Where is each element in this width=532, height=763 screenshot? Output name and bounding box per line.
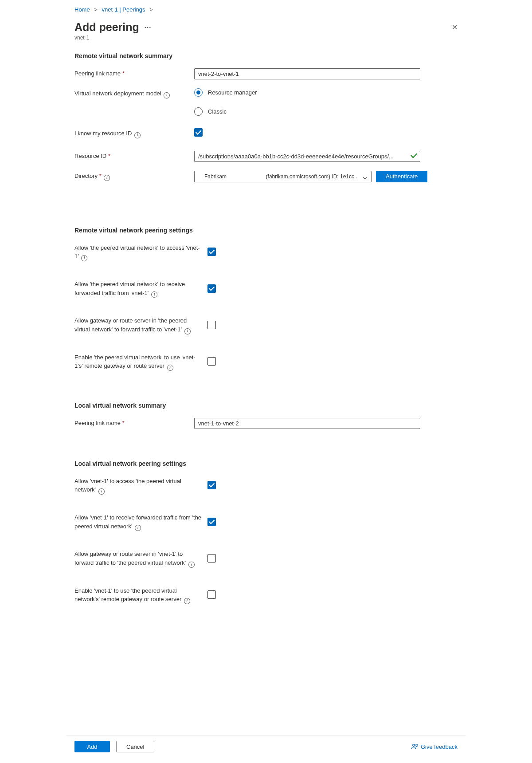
info-icon[interactable] bbox=[81, 255, 87, 261]
section-remote-settings: Remote virtual network peering settings bbox=[74, 227, 458, 234]
label-directory: Directory * bbox=[74, 171, 194, 181]
svg-point-0 bbox=[413, 744, 415, 747]
remote-allow-access-checkbox[interactable] bbox=[207, 248, 216, 256]
info-icon[interactable] bbox=[164, 92, 170, 98]
label-resource-id: Resource ID * bbox=[74, 151, 194, 161]
local-allow-fwd-checkbox[interactable] bbox=[207, 518, 216, 526]
local-enable-gw-checkbox[interactable] bbox=[207, 590, 216, 599]
label-deploy-model: Virtual network deployment model bbox=[74, 88, 194, 98]
local-allow-gw-checkbox[interactable] bbox=[207, 554, 216, 562]
local-allow-access-checkbox[interactable] bbox=[207, 481, 216, 489]
remote-enable-gw-checkbox[interactable] bbox=[207, 357, 216, 366]
label-remote-allow-fwd: Allow 'the peered virtual network' to re… bbox=[74, 279, 207, 298]
breadcrumb-home[interactable]: Home bbox=[74, 6, 90, 13]
remote-allow-fwd-checkbox[interactable] bbox=[207, 284, 216, 293]
remote-allow-gw-checkbox[interactable] bbox=[207, 321, 216, 329]
label-local-allow-gw: Allow gateway or route server in 'vnet-1… bbox=[74, 549, 207, 567]
section-local-settings: Local virtual network peering settings bbox=[74, 460, 458, 467]
feedback-person-icon bbox=[411, 743, 418, 750]
know-resource-id-checkbox[interactable] bbox=[194, 128, 203, 137]
info-icon[interactable] bbox=[135, 525, 141, 531]
section-local-summary: Local virtual network summary bbox=[74, 402, 458, 409]
info-icon[interactable] bbox=[134, 132, 141, 138]
info-icon[interactable] bbox=[184, 328, 191, 334]
authenticate-button[interactable]: Authenticate bbox=[376, 171, 427, 182]
label-peering-link-name: Peering link name * bbox=[74, 68, 194, 78]
info-icon[interactable] bbox=[98, 488, 105, 495]
directory-select[interactable]: Fabrikam (fabrikam.onmicrosoft.com) ID: … bbox=[194, 171, 372, 182]
breadcrumb: Home > vnet-1 | Peerings > bbox=[74, 6, 458, 13]
give-feedback-link[interactable]: Give feedback bbox=[411, 743, 458, 750]
resource-id-input[interactable] bbox=[194, 151, 420, 162]
local-peering-link-name-input[interactable] bbox=[194, 418, 420, 429]
remote-peering-link-name-input[interactable] bbox=[194, 68, 420, 79]
chevron-down-icon bbox=[363, 175, 368, 179]
info-icon[interactable] bbox=[167, 365, 173, 371]
label-know-resource-id: I know my resource ID bbox=[74, 128, 194, 138]
page-subtitle: vnet-1 bbox=[74, 35, 458, 41]
label-remote-allow-gw: Allow gateway or route server in 'the pe… bbox=[74, 315, 207, 334]
info-icon[interactable] bbox=[188, 562, 195, 568]
breadcrumb-vnet[interactable]: vnet-1 | Peerings bbox=[102, 6, 145, 13]
add-button[interactable]: Add bbox=[74, 741, 110, 752]
radio-classic[interactable]: Classic bbox=[194, 107, 458, 116]
page-title: Add peering ··· bbox=[74, 21, 151, 34]
label-local-allow-fwd: Allow 'vnet-1' to receive forwarded traf… bbox=[74, 512, 207, 531]
label-remote-enable-gw: Enable 'the peered virtual network' to u… bbox=[74, 352, 207, 371]
label-local-allow-access: Allow 'vnet-1' to access 'the peered vir… bbox=[74, 476, 207, 495]
label-local-peering-link-name: Peering link name * bbox=[74, 418, 194, 428]
label-local-enable-gw: Enable 'vnet-1' to use 'the peered virtu… bbox=[74, 586, 207, 604]
more-icon[interactable]: ··· bbox=[145, 24, 152, 31]
close-icon[interactable]: ✕ bbox=[452, 23, 458, 31]
chevron-right-icon: > bbox=[147, 6, 156, 13]
radio-resource-manager[interactable]: Resource manager bbox=[194, 88, 458, 97]
cancel-button[interactable]: Cancel bbox=[116, 741, 154, 752]
label-remote-allow-access: Allow 'the peered virtual network' to ac… bbox=[74, 243, 207, 261]
info-icon[interactable] bbox=[104, 175, 110, 181]
chevron-right-icon: > bbox=[91, 6, 100, 13]
info-icon[interactable] bbox=[184, 598, 190, 604]
info-icon[interactable] bbox=[151, 291, 157, 298]
section-remote-summary: Remote virtual network summary bbox=[74, 52, 458, 59]
